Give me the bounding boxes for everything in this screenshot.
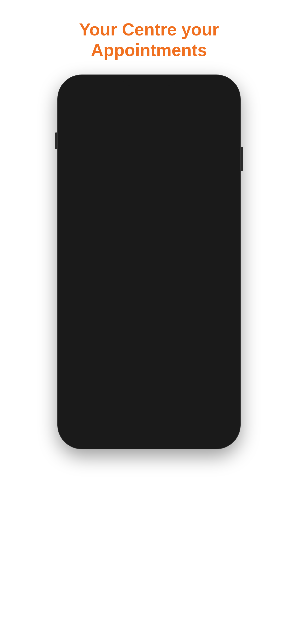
nav-profile-label: PROFILE [123,436,138,440]
greeting-section: 👋 Hello! srinivas adepu [69,112,229,131]
apt-date-box-1: 1 JAN [72,229,93,254]
apt-month-2: JAN [78,279,87,284]
svg-rect-5 [101,432,101,432]
nav-notifications[interactable]: NOTIFIC... [183,429,199,440]
dropdown-arrow-icon[interactable]: ▾ [226,99,229,106]
nav-schedule[interactable]: SCHEDULE [92,429,110,440]
header-bar: Atharva ▾ [69,98,229,107]
patients-label: Patients [74,155,142,160]
filter-label: Today [210,139,225,146]
apt-title-2: Appointment with Raj... [96,266,225,273]
summary-title: Summary [69,138,102,146]
phone-mockup: 18:28 Yo LTE 📶 🔋 Atharva ▾ 👋 Hello! srin… [58,75,240,449]
notifications-icon [188,429,194,434]
appointments-title: Today Appointment's (3) [69,214,146,221]
apt-month-1: JAN [78,244,87,250]
greeting-hello: Hello! [80,113,95,120]
apt-type-1: New Appointment [96,239,225,244]
apt-type-2: New Appointment [96,274,225,279]
status-bar: 18:28 Yo LTE 📶 🔋 [62,79,236,93]
bottom-nav: HOME SCHEDULE PROFILE [62,423,236,445]
appointments-header: Today Appointment's (3) ↻ [69,214,229,221]
wave-emoji: 👋 [69,112,78,120]
headline: Your Centre your Appointments [79,19,219,60]
summary-grid: Patients - Cancelled 1 Received ₹ 1280 O… [69,151,229,206]
summary-card-cancelled: Cancelled 1 [151,151,229,177]
summary-card-outstanding: Outstanding ₹ 0 [151,181,229,206]
nav-schedule-label: SCHEDULE [92,436,110,440]
svg-line-12 [189,430,190,430]
nav-home-label: HOME [68,436,78,440]
cancelled-label: Cancelled [156,155,224,160]
nav-payments-label: PAYMENTS [152,436,169,440]
clinic-name[interactable]: Atharva [69,98,97,107]
nav-profile[interactable]: PROFILE [123,429,138,440]
apt-day-1: 1 [80,233,85,243]
cancelled-value: 1 [156,162,224,172]
appointment-card-2[interactable]: 1 JAN Appointment with Raj... New Appoin… [69,261,229,292]
today-filter[interactable]: Today ▾ [210,139,229,146]
home-icon [71,429,76,434]
apt-day-2: 1 [80,268,85,278]
screen-content: Atharva ▾ 👋 Hello! srinivas adepu Summar… [62,93,236,423]
apt-date-box-2: 1 JAN [72,264,93,289]
apt-duration-2: 30 Mins [209,282,225,287]
outstanding-label: Outstanding [156,185,224,190]
apt-time-1: 6:30 PM [96,246,114,252]
status-time: 18:28 [70,85,84,91]
refresh-icon[interactable]: ↻ [224,214,229,221]
apt-details-2: Appointment with Raj... New Appointment … [96,261,229,292]
received-value: ₹ 1280 [74,192,142,202]
nav-home[interactable]: HOME [68,429,78,440]
svg-line-13 [192,430,193,430]
nav-network[interactable]: NETWORK [212,429,230,440]
apt-title-1: Appointment with Raj... [96,231,225,238]
summary-card-received: Received ₹ 1280 [69,181,147,206]
apt-duration-1: 30 Mins [209,246,225,252]
profile-icon [128,429,134,434]
apt-meta-1: 6:30 PM 30 Mins [96,246,225,252]
network-icon [218,429,224,434]
summary-header: Summary Today ▾ [69,138,229,146]
svg-rect-4 [100,432,100,432]
user-name: srinivas adepu [69,121,229,131]
received-label: Received [74,185,142,190]
status-icons: Yo LTE 📶 🔋 [200,86,228,91]
phone-screen: 18:28 Yo LTE 📶 🔋 Atharva ▾ 👋 Hello! srin… [62,79,236,445]
apt-time-2: 6:30 PM [96,282,114,287]
appointment-card-1[interactable]: 1 JAN Appointment with Raj... New Appoin… [69,226,229,257]
battery-icon: 🔋 [222,86,228,91]
nav-payments[interactable]: PAYMENTS [152,429,169,440]
nav-network-label: NETWORK [212,436,230,440]
outstanding-value: ₹ 0 [156,192,224,202]
svg-point-6 [130,430,132,432]
page-header: Your Centre your Appointments [79,19,219,60]
apt-details-1: Appointment with Raj... New Appointment … [96,226,229,257]
payments-icon [158,429,163,434]
summary-card-patients: Patients - [69,151,147,177]
filter-arrow-icon: ▾ [226,139,229,146]
network-label: Yo LTE [200,86,213,90]
apt-meta-2: 6:30 PM 30 Mins [96,282,225,287]
svg-point-14 [220,431,222,432]
signal-icon: 📶 [214,86,220,91]
patients-value: - [74,162,142,172]
schedule-icon [98,429,104,434]
nav-notifications-label: NOTIFIC... [183,436,199,440]
